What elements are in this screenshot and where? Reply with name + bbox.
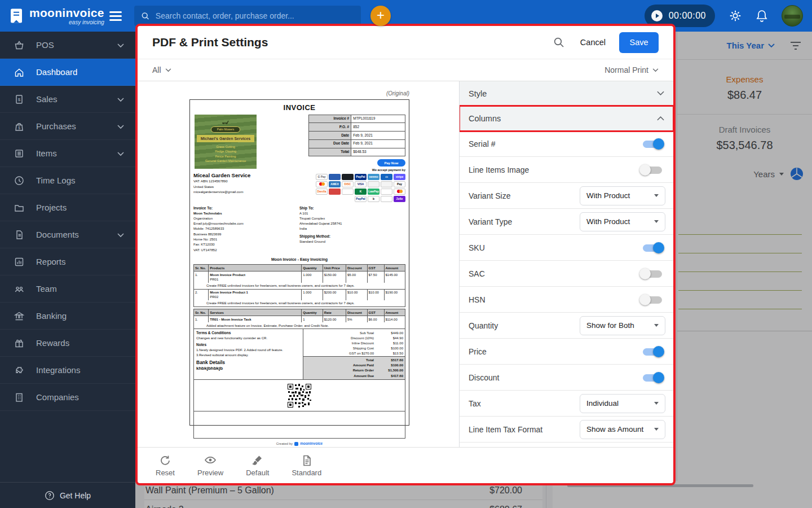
total-row: Inline Discount$11.00 — [303, 341, 405, 346]
add-new-button[interactable]: + — [370, 6, 391, 26]
serial-toggle[interactable] — [639, 138, 665, 150]
column-header: Unit Price — [323, 265, 346, 271]
line-items-image-toggle[interactable] — [639, 164, 665, 176]
invoice-meta-row: DateFeb 9, 2021 — [309, 132, 405, 140]
app-logo[interactable]: mooninvoice easy invoicing — [0, 7, 106, 25]
user-avatar[interactable] — [782, 5, 803, 27]
sidebar-item-documents[interactable]: Documents — [0, 221, 135, 248]
menu-icon[interactable] — [109, 11, 122, 21]
payment-method-icon: Pay — [394, 181, 405, 187]
sac-toggle[interactable] — [639, 268, 665, 280]
sidebar-item-dashboard[interactable]: Dashboard — [0, 59, 135, 86]
sidebar-item-rewards[interactable]: Rewards — [0, 330, 135, 357]
terms-title: Terms & Conditions — [196, 331, 301, 336]
invoice-tagline: Moon Invoice - Easy Invoicing — [193, 257, 405, 262]
total-row: Amount Due$417.60 — [303, 373, 405, 378]
sidebar-item-label: Team — [36, 284, 124, 294]
sidebar-item-purchases[interactable]: $ Purchases — [0, 113, 135, 140]
setting-label: Serial # — [469, 139, 639, 148]
modal-search-icon[interactable] — [553, 37, 564, 48]
variant-type-select[interactable]: With Product — [580, 212, 665, 231]
eye-icon — [204, 454, 217, 467]
tax-select[interactable]: Individual — [580, 394, 665, 413]
sidebar-item-integrations[interactable]: Integrations — [0, 357, 135, 384]
total-row: Discount (10%)$44.90 — [303, 335, 405, 340]
total-row: Sub Total$449.00 — [303, 330, 405, 335]
setting-row-variant-size: Variant Size With Product — [460, 183, 673, 209]
quantity-select[interactable]: Show for Both — [580, 316, 665, 335]
select-value: With Product — [586, 217, 630, 226]
sidebar-item-projects[interactable]: Projects — [0, 194, 135, 221]
notes-title: Notes — [196, 343, 301, 348]
caret-down-icon — [654, 402, 659, 405]
sidebar-item-label: Banking — [36, 311, 124, 321]
settings-gear-icon[interactable] — [729, 9, 742, 23]
payment-method-icon: AMEX — [329, 181, 341, 187]
variant-size-select[interactable]: With Product — [580, 186, 665, 205]
sidebar-item-sales[interactable]: $ Sales — [0, 86, 135, 113]
sidebar-item-reports[interactable]: Reports — [0, 248, 135, 275]
payment-method-icon: PayPal — [355, 174, 367, 180]
setting-row-discount: Discount — [460, 365, 673, 391]
default-button[interactable]: Default — [246, 454, 269, 477]
play-icon[interactable] — [650, 9, 664, 23]
preview-button[interactable]: Preview — [197, 454, 223, 477]
logo-service-line: Grass Cutting — [205, 144, 246, 149]
original-label: (Original) — [189, 90, 409, 97]
companies-icon — [14, 392, 25, 403]
modal-title: PDF & Print Settings — [152, 36, 553, 49]
save-button[interactable]: Save — [619, 32, 659, 53]
setting-row-price: Price — [460, 339, 673, 365]
sku-toggle[interactable] — [639, 242, 665, 254]
sidebar-item-banking[interactable]: Banking — [0, 303, 135, 330]
setting-row-quantity: Quantity Show for Both — [460, 313, 673, 339]
caret-down-icon — [654, 428, 659, 431]
price-toggle[interactable] — [639, 345, 665, 358]
total-row: Amount Paid$100.00 — [303, 363, 405, 368]
qr-code-section — [193, 380, 405, 411]
line-item-row: 2.Moon Invoice Product 1PR021.000$200.00… — [194, 290, 405, 300]
sidebar-item-team[interactable]: Team — [0, 275, 135, 303]
hsn-toggle[interactable] — [639, 294, 665, 306]
payment-method-icon: venmo — [368, 174, 379, 180]
setting-label: SAC — [469, 269, 639, 278]
section-style[interactable]: Style — [460, 81, 673, 106]
logo-service-line: Fence Painting — [205, 154, 246, 159]
projects-icon — [14, 202, 25, 213]
column-header: Services — [209, 309, 302, 316]
print-mode-label: Normal Print — [604, 65, 648, 75]
footer-button-label: Default — [246, 468, 269, 477]
created-by-brand: mooninvoice — [300, 441, 323, 446]
reset-button[interactable]: Reset — [156, 454, 175, 477]
invoice-title: INVOICE — [193, 103, 405, 113]
invoice-preview-pane: (Original) INVOICE Palm Mowers Michael — [138, 81, 459, 447]
setting-row-tax: Tax Individual — [460, 391, 673, 417]
shipping-method-label: Shipping Method: — [299, 234, 405, 239]
get-help-button[interactable]: Get Help — [0, 482, 135, 508]
sidebar-item-label: Sales — [36, 94, 117, 104]
sidebar-item-items[interactable]: Items — [0, 140, 135, 167]
section-columns[interactable]: Columns — [460, 106, 673, 131]
cancel-button[interactable]: Cancel — [580, 38, 606, 47]
sidebar-item-label: Items — [36, 148, 117, 158]
pay-now-button[interactable]: Pay Now — [377, 159, 405, 167]
shipping-method-value: Standard Ground — [299, 239, 405, 244]
search-input[interactable] — [156, 11, 354, 20]
items-icon — [14, 148, 25, 159]
sidebar-item-pos[interactable]: POS — [0, 32, 135, 59]
chevron-down-icon — [657, 91, 664, 96]
print-mode-dropdown[interactable]: Normal Print — [604, 65, 659, 75]
sidebar-item-time-logs[interactable]: Time Logs — [0, 167, 135, 194]
invoice-to-line: Email:july@moontechnolabs.com — [193, 221, 299, 226]
line-item-tax-format-select[interactable]: Show as Amount — [580, 420, 665, 439]
all-filter-label: All — [152, 65, 161, 75]
section-style-label: Style — [469, 89, 657, 98]
payment-method-icon: LawPay — [368, 189, 379, 195]
company-name: Miceal Garden Service — [193, 172, 278, 179]
discount-toggle[interactable] — [639, 371, 665, 384]
notifications-bell-icon[interactable] — [756, 9, 768, 23]
standard-button[interactable]: Standard — [292, 454, 321, 477]
sidebar-item-companies[interactable]: Companies — [0, 384, 135, 411]
logo-pill-text: Palm Mowers — [211, 126, 240, 133]
all-filter-dropdown[interactable]: All — [152, 65, 171, 75]
